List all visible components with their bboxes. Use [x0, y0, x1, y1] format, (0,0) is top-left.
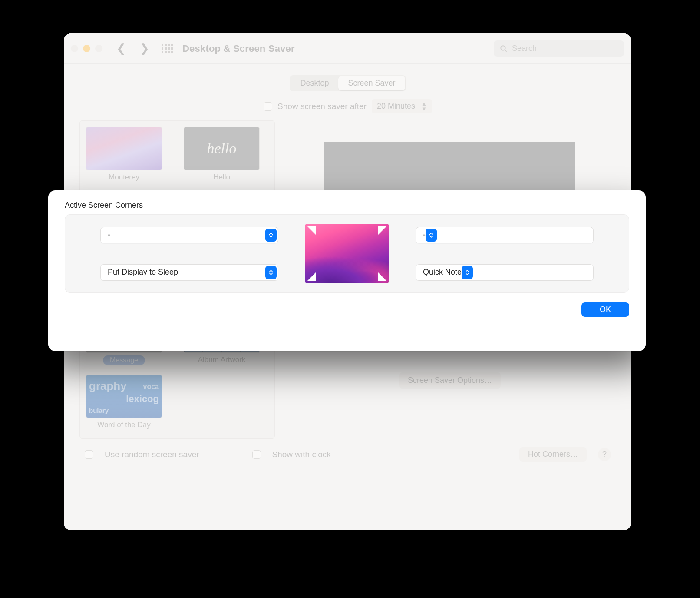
show-after-value: 20 Minutes	[377, 102, 415, 111]
titlebar: ❮ ❯ Desktop & Screen Saver Search	[64, 33, 631, 64]
pane-footer: Use random screen saver Show with clock …	[79, 439, 616, 462]
thumb-monterey	[86, 127, 162, 170]
top-right-corner-select[interactable]: -	[416, 227, 594, 243]
stepper-icon	[265, 229, 277, 242]
hot-corners-sheet: Active Screen Corners - Put Display to S…	[48, 190, 646, 351]
tab-segmented: Desktop Screen Saver	[290, 75, 406, 91]
right-corner-column: - Quick Note	[416, 227, 594, 281]
label: Hello	[184, 173, 260, 182]
label-pill: Message	[103, 355, 145, 365]
corner-indicator-tr	[378, 226, 387, 235]
bottom-left-corner-select[interactable]: Put Display to Sleep	[100, 264, 278, 281]
random-checkbox[interactable]	[85, 450, 93, 459]
svg-point-0	[501, 46, 505, 50]
corner-indicator-bl	[307, 272, 316, 281]
stepper-icon	[462, 266, 473, 279]
updown-icon: ▲▼	[421, 101, 427, 112]
tab-screensaver[interactable]: Screen Saver	[338, 76, 405, 90]
thumb-hello: hello	[184, 127, 260, 170]
zoom-window-button[interactable]	[95, 45, 102, 52]
screensaver-item-hello[interactable]: hello Hello	[184, 127, 260, 182]
clock-label: Show with clock	[272, 450, 331, 459]
svg-line-1	[505, 50, 507, 51]
search-icon	[500, 45, 508, 53]
screensaver-item-wod[interactable]: graphy voca lexicog bulary Word of the D…	[86, 375, 162, 429]
bottom-right-value: Quick Note	[423, 268, 462, 277]
close-window-button[interactable]	[71, 45, 78, 52]
corners-card: - Put Display to Sleep -	[65, 214, 629, 293]
screen-saver-options-button[interactable]: Screen Saver Options…	[399, 372, 501, 389]
tab-desktop[interactable]: Desktop	[291, 76, 338, 90]
screensaver-item-monterey[interactable]: Monterey	[86, 127, 162, 182]
show-after-checkbox[interactable]	[264, 102, 272, 111]
show-all-icon[interactable]	[162, 44, 173, 53]
hot-corners-button[interactable]: Hot Corners…	[519, 447, 587, 462]
back-button[interactable]: ❮	[112, 42, 130, 55]
stepper-icon	[265, 266, 277, 279]
sheet-footer: OK	[65, 302, 629, 317]
random-label: Use random screen saver	[105, 450, 199, 459]
bottom-right-corner-select[interactable]: Quick Note	[416, 264, 594, 281]
bottom-left-value: Put Display to Sleep	[108, 268, 178, 277]
label: Monterey	[86, 173, 162, 182]
thumb-wod: graphy voca lexicog bulary	[86, 375, 162, 418]
left-corner-column: - Put Display to Sleep	[100, 227, 278, 281]
forward-button[interactable]: ❯	[135, 42, 154, 55]
search-field[interactable]: Search	[494, 40, 624, 57]
label: Word of the Day	[86, 421, 162, 429]
stepper-icon	[426, 229, 437, 242]
top-left-corner-select[interactable]: -	[100, 227, 278, 243]
minimize-window-button[interactable]	[83, 45, 90, 52]
help-button[interactable]: ?	[598, 448, 611, 461]
corner-indicator-br	[378, 272, 387, 281]
window-title: Desktop & Screen Saver	[182, 43, 295, 54]
show-after-label: Show screen saver after	[277, 102, 367, 111]
top-left-value: -	[108, 230, 110, 239]
clock-checkbox[interactable]	[252, 450, 261, 459]
traffic-lights	[71, 45, 102, 52]
show-after-row: Show screen saver after 20 Minutes ▲▼	[79, 99, 616, 113]
search-placeholder: Search	[512, 44, 537, 53]
show-after-select[interactable]: 20 Minutes ▲▼	[372, 99, 432, 113]
corner-indicator-tl	[307, 226, 316, 235]
sheet-title: Active Screen Corners	[65, 201, 629, 210]
display-preview	[305, 224, 389, 283]
ok-button[interactable]: OK	[581, 302, 629, 317]
label: Album Artwork	[184, 355, 260, 364]
